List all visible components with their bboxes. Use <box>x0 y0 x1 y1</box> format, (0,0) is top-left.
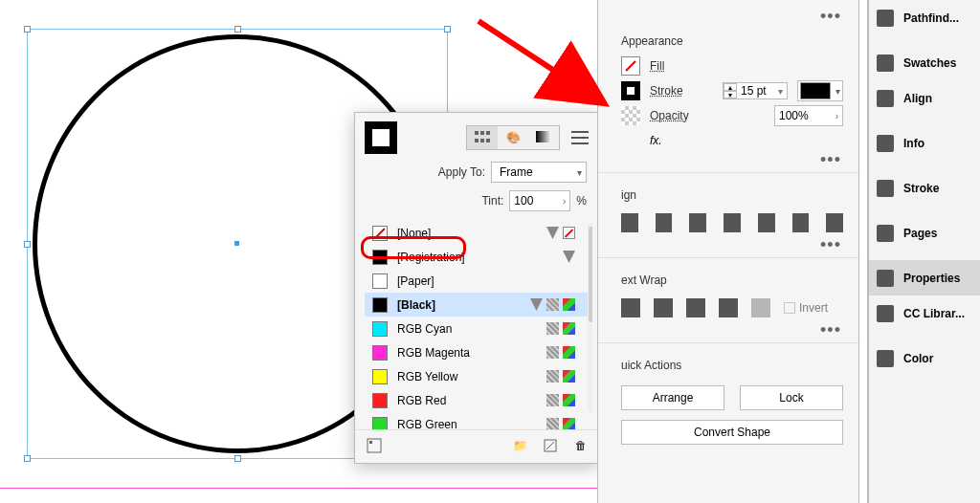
swatch-item-black[interactable]: [Black] <box>365 293 592 317</box>
flag-grid <box>546 370 559 383</box>
new-swatch-button[interactable] <box>541 436 560 455</box>
stroke-swatch[interactable] <box>621 81 640 100</box>
new-color-group-button[interactable]: 📁 <box>510 436 529 455</box>
swatch-item-rgbyellow[interactable]: RGB Yellow <box>365 364 592 388</box>
align-bottom-button[interactable] <box>792 213 810 232</box>
resize-handle-tl[interactable] <box>24 26 31 33</box>
resize-handle-ml[interactable] <box>24 241 31 248</box>
selection-center-handle[interactable] <box>234 241 239 246</box>
swatch-flags <box>546 418 575 429</box>
stroke-weight-input[interactable]: 15 pt ▾ <box>737 83 787 98</box>
align-left-button[interactable] <box>621 213 638 232</box>
align-vcenter-button[interactable] <box>758 213 775 232</box>
dock-item-info[interactable]: Info <box>869 125 980 161</box>
stroke-label[interactable]: Stroke <box>650 84 713 98</box>
dock-item-cclib[interactable]: CC Librar... <box>869 295 980 331</box>
swatch-view-picker-button[interactable]: 🎨 <box>498 126 528 149</box>
align-hcenter-button[interactable] <box>656 213 673 232</box>
dock-item-properties[interactable]: Properties <box>869 260 980 295</box>
wrap-shape-button[interactable] <box>686 298 705 317</box>
arrange-button[interactable]: Arrange <box>621 385 724 410</box>
svg-rect-2 <box>486 131 490 135</box>
stroke-weight-down[interactable]: ▾ <box>724 91 737 98</box>
arrange-label: Arrange <box>653 391 694 405</box>
wrap-jump-button[interactable] <box>719 298 738 317</box>
scrollbar-thumb[interactable] <box>589 227 592 322</box>
lock-button[interactable]: Lock <box>740 385 843 410</box>
swatch-name: RGB Magenta <box>397 346 537 360</box>
swatch-name: [Black] <box>397 298 521 312</box>
panel-menu-button[interactable] <box>571 131 589 144</box>
stroke-style-dropdown[interactable]: ▾ <box>797 80 843 101</box>
opacity-value: 100% <box>779 109 809 122</box>
fill-label[interactable]: Fill <box>650 59 664 73</box>
pages-icon <box>877 225 894 242</box>
text-wrap-more-button[interactable]: ••• <box>816 323 845 337</box>
dock-label: Color <box>903 352 933 365</box>
swatch-chip <box>372 226 388 241</box>
swatch-item-rgbgreen[interactable]: RGB Green <box>365 412 592 429</box>
opacity-swatch[interactable] <box>621 106 640 125</box>
cclib-icon <box>877 305 894 322</box>
align-right-button[interactable] <box>689 213 706 232</box>
svg-rect-1 <box>480 131 484 135</box>
appearance-title: Appearance <box>598 25 858 54</box>
appearance-more-button[interactable]: ••• <box>816 153 845 166</box>
apply-to-label: Apply To: <box>438 165 485 179</box>
dock-item-pages[interactable]: Pages <box>869 215 980 251</box>
resize-handle-tc[interactable] <box>234 26 241 33</box>
flag-rgb <box>563 346 575 359</box>
flag-grid <box>546 394 559 406</box>
resize-handle-bc[interactable] <box>234 455 241 462</box>
dock-item-pathfinder[interactable]: Pathfind... <box>869 0 980 35</box>
opacity-input[interactable]: 100% › <box>774 105 843 126</box>
swatch-options-button[interactable] <box>365 436 384 455</box>
fx-button[interactable]: fx. <box>650 134 662 147</box>
swatch-list-scrollbar[interactable] <box>588 223 592 412</box>
properties-icon <box>877 270 894 287</box>
dock-item-stroke[interactable]: Stroke <box>869 170 980 206</box>
swatch-item-rgbcyan[interactable]: RGB Cyan <box>365 317 592 340</box>
wrap-jump-next-button[interactable] <box>751 298 770 317</box>
distribute-button[interactable] <box>826 213 843 232</box>
flag-grid <box>546 322 559 335</box>
swatch-chip <box>372 417 388 430</box>
swatch-view-mode-group: 🎨 <box>466 125 560 150</box>
wrap-none-button[interactable] <box>621 298 640 317</box>
dock-item-align[interactable]: Align <box>869 80 980 116</box>
align-more-button[interactable]: ••• <box>816 238 845 252</box>
panel-options-button[interactable]: ••• <box>816 10 845 23</box>
tint-input[interactable]: 100 › <box>509 190 570 211</box>
delete-swatch-button[interactable]: 🗑 <box>571 436 590 455</box>
swatch-flags <box>546 370 575 383</box>
swatch-chip <box>372 393 388 408</box>
swatch-flags <box>530 298 575 311</box>
active-stroke-indicator[interactable] <box>365 121 397 154</box>
chevron-down-icon: ▾ <box>778 86 783 97</box>
dock-label: Align <box>903 92 932 105</box>
wrap-bounding-button[interactable] <box>654 298 673 317</box>
dock-label: Pages <box>903 227 937 240</box>
align-top-button[interactable] <box>724 213 741 232</box>
dock-item-swatches[interactable]: Swatches <box>869 45 980 80</box>
convert-shape-label: Convert Shape <box>694 426 770 439</box>
swatch-view-grid-button[interactable] <box>467 126 498 149</box>
swatch-chip <box>372 273 388 289</box>
resize-handle-tr[interactable] <box>444 26 451 33</box>
resize-handle-bl[interactable] <box>24 455 31 462</box>
swatch-flags <box>546 322 575 335</box>
swatch-view-gradient-button[interactable] <box>528 126 559 149</box>
swatch-item-none[interactable]: [None] <box>365 221 592 245</box>
swatch-item-paper[interactable]: [Paper] <box>365 269 592 293</box>
pathfinder-icon <box>877 10 894 27</box>
convert-shape-button[interactable]: Convert Shape <box>621 420 843 445</box>
swatch-item-rgbred[interactable]: RGB Red <box>365 388 592 412</box>
swatch-item-rgbmagenta[interactable]: RGB Magenta <box>365 340 592 364</box>
dock-item-color[interactable]: Color <box>869 340 980 376</box>
invert-checkbox[interactable]: Invert <box>784 298 828 317</box>
swatch-item-registration[interactable]: [Registration] <box>365 245 592 269</box>
fill-swatch[interactable] <box>621 56 640 76</box>
apply-to-dropdown[interactable]: Frame ▾ <box>491 162 587 183</box>
swatch-name: [None] <box>397 227 537 240</box>
opacity-label[interactable]: Opacity <box>650 109 765 122</box>
